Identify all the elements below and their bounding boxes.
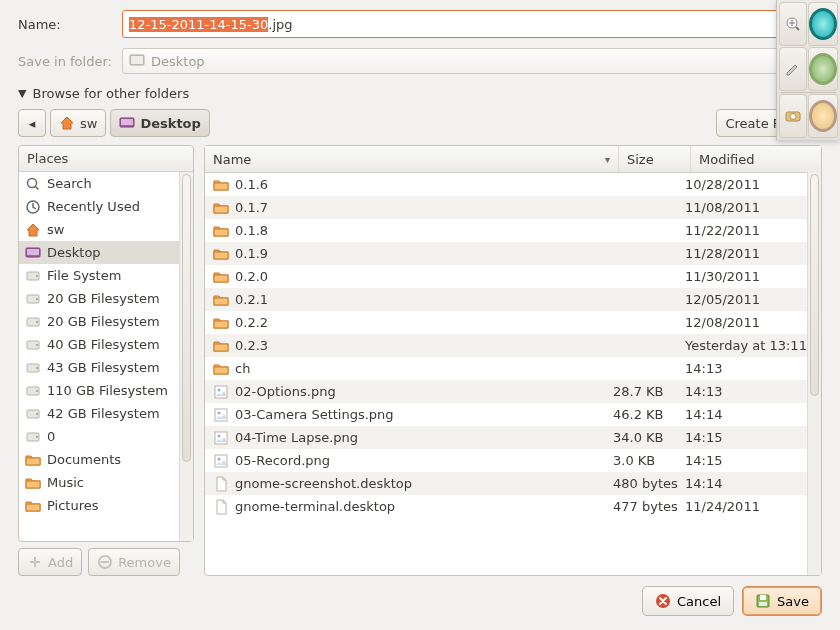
svg-rect-27 — [26, 481, 40, 488]
file-name: 0.2.2 — [235, 315, 268, 330]
drive-icon — [25, 383, 41, 399]
file-size: 28.7 KB — [605, 384, 677, 399]
places-item[interactable]: 20 GB Filesystem — [19, 287, 193, 310]
file-row[interactable]: 0.2.112/05/2011 — [205, 288, 821, 311]
file-name: 0.1.7 — [235, 200, 268, 215]
add-place-button[interactable]: Add — [18, 548, 82, 576]
save-button[interactable]: Save — [742, 586, 822, 616]
col-modified[interactable]: Modified — [691, 146, 821, 172]
cancel-button[interactable]: Cancel — [642, 586, 734, 616]
svg-marker-7 — [27, 224, 39, 236]
launcher-draw[interactable] — [779, 47, 807, 91]
file-row[interactable]: 02-Options.png28.7 KB14:13 — [205, 380, 821, 403]
filelist-scrollbar[interactable] — [807, 172, 821, 575]
file-size: 46.2 KB — [605, 407, 677, 422]
places-item[interactable]: 40 GB Filesystem — [19, 333, 193, 356]
folder-icon — [213, 361, 229, 377]
places-scrollbar[interactable] — [179, 172, 193, 541]
places-item[interactable]: Documents — [19, 448, 193, 471]
breadcrumb-desktop[interactable]: Desktop — [110, 109, 209, 137]
scroll-thumb[interactable] — [182, 174, 191, 462]
remove-place-button[interactable]: Remove — [88, 548, 180, 576]
filename-input[interactable]: 12-15-2011-14-15-30.jpg — [122, 10, 822, 38]
places-item-label: Pictures — [47, 498, 98, 513]
file-name: 0.1.8 — [235, 223, 268, 238]
launcher-app-2[interactable] — [808, 47, 838, 91]
save-in-selector[interactable]: Desktop — [122, 48, 822, 74]
file-modified: 12/05/2011 — [677, 292, 821, 307]
pencil-icon — [785, 61, 801, 77]
home-icon — [59, 115, 75, 131]
file-name: 03-Camera Settings.png — [235, 407, 394, 422]
places-item[interactable]: Pictures — [19, 494, 193, 517]
desktop-icon — [129, 53, 145, 69]
scroll-thumb[interactable] — [810, 174, 819, 396]
file-row[interactable]: 0.1.911/28/2011 — [205, 242, 821, 265]
places-item[interactable]: Music — [19, 471, 193, 494]
filelist-body[interactable]: 0.1.610/28/20110.1.711/08/20110.1.811/22… — [205, 173, 821, 575]
folder-icon — [25, 452, 41, 468]
file-row[interactable]: 0.1.811/22/2011 — [205, 219, 821, 242]
launcher-camera[interactable] — [779, 94, 807, 138]
file-area: Places SearchRecently UsedswDesktopFile … — [18, 145, 822, 576]
home-icon — [25, 222, 41, 238]
back-button[interactable]: ◂ — [18, 109, 46, 137]
col-name[interactable]: Name ▾ — [205, 146, 619, 172]
file-row[interactable]: 0.1.711/08/2011 — [205, 196, 821, 219]
file-row[interactable]: 03-Camera Settings.png46.2 KB14:14 — [205, 403, 821, 426]
col-size[interactable]: Size — [619, 146, 691, 172]
places-item[interactable]: Desktop — [19, 241, 193, 264]
chevron-left-icon: ◂ — [29, 116, 36, 131]
places-item[interactable]: Search — [19, 172, 193, 195]
minus-circle-icon — [97, 554, 113, 570]
file-modified: 14:15 — [677, 453, 821, 468]
file-name: 0.2.3 — [235, 338, 268, 353]
file-modified: 11/28/2011 — [677, 246, 821, 261]
drive-icon — [25, 337, 41, 353]
browse-expander[interactable]: ▼ Browse for other folders — [18, 86, 822, 101]
places-item[interactable]: sw — [19, 218, 193, 241]
file-name: ch — [235, 361, 250, 376]
drive-icon — [25, 406, 41, 422]
camera-icon — [785, 105, 801, 127]
places-item-label: 110 GB Filesystem — [47, 383, 168, 398]
file-row[interactable]: 0.2.3Yesterday at 13:11 — [205, 334, 821, 357]
breadcrumb-sw[interactable]: sw — [50, 109, 106, 137]
file-icon — [213, 476, 229, 492]
file-modified: 11/30/2011 — [677, 269, 821, 284]
places-item[interactable]: 110 GB Filesystem — [19, 379, 193, 402]
folder-icon — [25, 498, 41, 514]
launcher-app-3[interactable] — [808, 94, 838, 138]
file-modified: 11/24/2011 — [677, 499, 821, 514]
file-row[interactable]: 05-Record.png3.0 KB14:15 — [205, 449, 821, 472]
desktop-icon — [119, 115, 135, 131]
file-row[interactable]: 0.2.011/30/2011 — [205, 265, 821, 288]
places-item[interactable]: 20 GB Filesystem — [19, 310, 193, 333]
svg-rect-9 — [27, 249, 39, 255]
places-item[interactable]: 43 GB Filesystem — [19, 356, 193, 379]
launcher-app-1[interactable] — [808, 2, 838, 46]
folder-icon — [213, 338, 229, 354]
filename-suffix: .jpg — [268, 17, 292, 32]
places-item[interactable]: 0 — [19, 425, 193, 448]
folder-icon — [213, 246, 229, 262]
file-name: 0.1.9 — [235, 246, 268, 261]
file-row[interactable]: 0.1.610/28/2011 — [205, 173, 821, 196]
file-row[interactable]: ch14:13 — [205, 357, 821, 380]
svg-rect-30 — [101, 561, 109, 563]
places-item[interactable]: File System — [19, 264, 193, 287]
svg-point-11 — [36, 275, 38, 277]
svg-rect-46 — [215, 455, 227, 467]
places-item[interactable]: 42 GB Filesystem — [19, 402, 193, 425]
recent-icon — [25, 199, 41, 215]
drive-icon — [25, 268, 41, 284]
launcher-zoom[interactable] — [779, 2, 807, 46]
file-row[interactable]: gnome-screenshot.desktop480 bytes14:14 — [205, 472, 821, 495]
file-row[interactable]: gnome-terminal.desktop477 bytes11/24/201… — [205, 495, 821, 518]
file-row[interactable]: 0.2.212/08/2011 — [205, 311, 821, 334]
file-modified: 11/08/2011 — [677, 200, 821, 215]
file-row[interactable]: 04-Time Lapse.png34.0 KB14:15 — [205, 426, 821, 449]
places-item[interactable]: Recently Used — [19, 195, 193, 218]
name-row: Name: 12-15-2011-14-15-30.jpg — [18, 10, 822, 38]
places-header[interactable]: Places — [19, 146, 193, 172]
